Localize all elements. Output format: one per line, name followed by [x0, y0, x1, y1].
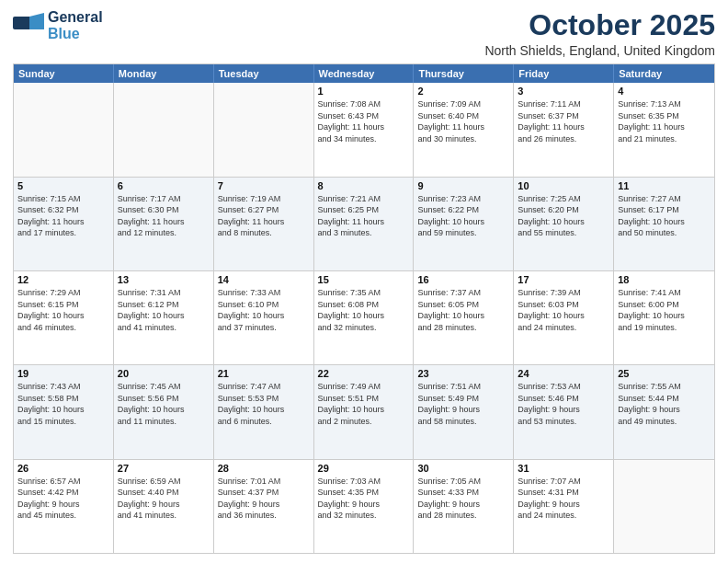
day-number: 23	[417, 368, 509, 379]
day-number: 2	[417, 86, 509, 97]
day-cell: 7Sunrise: 7:19 AM Sunset: 6:27 PM Daylig…	[214, 178, 314, 270]
day-cell: 31Sunrise: 7:07 AM Sunset: 4:31 PM Dayli…	[514, 460, 614, 553]
day-header-tuesday: Tuesday	[214, 64, 314, 83]
day-cell: 2Sunrise: 7:09 AM Sunset: 6:40 PM Daylig…	[414, 83, 514, 176]
day-number: 10	[518, 180, 609, 191]
day-cell: 25Sunrise: 7:55 AM Sunset: 5:44 PM Dayli…	[614, 365, 714, 458]
day-info: Sunrise: 7:55 AM Sunset: 5:44 PM Dayligh…	[618, 381, 711, 427]
day-info: Sunrise: 7:37 AM Sunset: 6:05 PM Dayligh…	[417, 287, 509, 333]
day-number: 12	[17, 274, 109, 285]
day-info: Sunrise: 7:41 AM Sunset: 6:00 PM Dayligh…	[618, 287, 711, 333]
day-cell: 28Sunrise: 7:01 AM Sunset: 4:37 PM Dayli…	[214, 460, 314, 553]
week-row: 19Sunrise: 7:43 AM Sunset: 5:58 PM Dayli…	[14, 365, 714, 459]
week-row: 26Sunrise: 6:57 AM Sunset: 4:42 PM Dayli…	[14, 460, 714, 553]
calendar-body: 1Sunrise: 7:08 AM Sunset: 6:43 PM Daylig…	[14, 83, 714, 553]
day-info: Sunrise: 7:03 AM Sunset: 4:35 PM Dayligh…	[318, 476, 410, 522]
day-cell: 3Sunrise: 7:11 AM Sunset: 6:37 PM Daylig…	[514, 83, 614, 176]
day-info: Sunrise: 6:57 AM Sunset: 4:42 PM Dayligh…	[17, 476, 109, 522]
day-info: Sunrise: 7:27 AM Sunset: 6:17 PM Dayligh…	[618, 193, 711, 239]
day-info: Sunrise: 7:17 AM Sunset: 6:30 PM Dayligh…	[118, 193, 210, 239]
day-number: 7	[218, 180, 310, 191]
day-number: 27	[118, 463, 210, 474]
day-number: 31	[518, 463, 609, 474]
day-cell: 30Sunrise: 7:05 AM Sunset: 4:33 PM Dayli…	[414, 460, 514, 553]
day-info: Sunrise: 7:23 AM Sunset: 6:22 PM Dayligh…	[417, 193, 509, 239]
day-cell: 16Sunrise: 7:37 AM Sunset: 6:05 PM Dayli…	[414, 271, 514, 364]
day-number: 6	[118, 180, 210, 191]
day-info: Sunrise: 7:07 AM Sunset: 4:31 PM Dayligh…	[518, 476, 609, 522]
day-number: 5	[17, 180, 109, 191]
day-cell: 29Sunrise: 7:03 AM Sunset: 4:35 PM Dayli…	[314, 460, 415, 553]
day-info: Sunrise: 6:59 AM Sunset: 4:40 PM Dayligh…	[118, 476, 210, 522]
day-number: 28	[218, 463, 310, 474]
day-info: Sunrise: 7:19 AM Sunset: 6:27 PM Dayligh…	[218, 193, 310, 239]
day-cell: 15Sunrise: 7:35 AM Sunset: 6:08 PM Dayli…	[314, 271, 415, 364]
day-cell: 13Sunrise: 7:31 AM Sunset: 6:12 PM Dayli…	[114, 271, 214, 364]
day-cell: 20Sunrise: 7:45 AM Sunset: 5:56 PM Dayli…	[114, 365, 214, 458]
day-info: Sunrise: 7:11 AM Sunset: 6:37 PM Dayligh…	[518, 98, 609, 144]
day-info: Sunrise: 7:49 AM Sunset: 5:51 PM Dayligh…	[318, 381, 410, 427]
page: General Blue October 2025 North Shields,…	[0, 0, 728, 563]
day-number: 4	[618, 86, 711, 97]
day-info: Sunrise: 7:15 AM Sunset: 6:32 PM Dayligh…	[17, 193, 109, 239]
month-title: October 2025	[484, 9, 715, 41]
day-number: 29	[318, 463, 410, 474]
day-cell: 23Sunrise: 7:51 AM Sunset: 5:49 PM Dayli…	[414, 365, 514, 458]
day-cell: 17Sunrise: 7:39 AM Sunset: 6:03 PM Dayli…	[514, 271, 614, 364]
day-cell	[14, 83, 114, 176]
day-cell	[214, 83, 314, 176]
day-number: 25	[618, 368, 711, 379]
day-info: Sunrise: 7:09 AM Sunset: 6:40 PM Dayligh…	[417, 98, 509, 144]
day-number: 15	[318, 274, 410, 285]
header: General Blue October 2025 North Shields,…	[13, 9, 715, 58]
day-info: Sunrise: 7:25 AM Sunset: 6:20 PM Dayligh…	[518, 193, 609, 239]
day-info: Sunrise: 7:13 AM Sunset: 6:35 PM Dayligh…	[618, 98, 711, 144]
day-headers: SundayMondayTuesdayWednesdayThursdayFrid…	[14, 64, 714, 83]
svg-rect-0	[13, 17, 31, 29]
day-header-thursday: Thursday	[414, 64, 514, 83]
day-cell: 8Sunrise: 7:21 AM Sunset: 6:25 PM Daylig…	[314, 178, 415, 270]
day-number: 14	[218, 274, 310, 285]
day-cell: 21Sunrise: 7:47 AM Sunset: 5:53 PM Dayli…	[214, 365, 314, 458]
day-info: Sunrise: 7:47 AM Sunset: 5:53 PM Dayligh…	[218, 381, 310, 427]
svg-marker-1	[29, 13, 44, 29]
day-header-sunday: Sunday	[14, 64, 114, 83]
logo: General Blue	[13, 9, 103, 41]
location: North Shields, England, United Kingdom	[484, 43, 715, 58]
day-cell: 19Sunrise: 7:43 AM Sunset: 5:58 PM Dayli…	[14, 365, 114, 458]
day-number: 8	[318, 180, 410, 191]
title-area: October 2025 North Shields, England, Uni…	[484, 9, 715, 58]
day-number: 17	[518, 274, 609, 285]
day-cell: 9Sunrise: 7:23 AM Sunset: 6:22 PM Daylig…	[414, 178, 514, 270]
day-cell	[614, 460, 714, 553]
day-cell: 5Sunrise: 7:15 AM Sunset: 6:32 PM Daylig…	[14, 178, 114, 270]
day-number: 30	[417, 463, 509, 474]
day-cell: 27Sunrise: 6:59 AM Sunset: 4:40 PM Dayli…	[114, 460, 214, 553]
day-number: 13	[118, 274, 210, 285]
day-info: Sunrise: 7:29 AM Sunset: 6:15 PM Dayligh…	[17, 287, 109, 333]
logo-general: General	[48, 9, 103, 26]
day-number: 18	[618, 274, 711, 285]
day-number: 26	[17, 463, 109, 474]
day-cell: 4Sunrise: 7:13 AM Sunset: 6:35 PM Daylig…	[614, 83, 714, 176]
day-info: Sunrise: 7:45 AM Sunset: 5:56 PM Dayligh…	[118, 381, 210, 427]
day-number: 9	[417, 180, 509, 191]
day-cell: 6Sunrise: 7:17 AM Sunset: 6:30 PM Daylig…	[114, 178, 214, 270]
day-header-wednesday: Wednesday	[314, 64, 415, 83]
calendar: SundayMondayTuesdayWednesdayThursdayFrid…	[13, 63, 715, 554]
day-info: Sunrise: 7:08 AM Sunset: 6:43 PM Dayligh…	[318, 98, 410, 144]
day-cell: 1Sunrise: 7:08 AM Sunset: 6:43 PM Daylig…	[314, 83, 415, 176]
logo-blue: Blue	[48, 26, 103, 42]
day-info: Sunrise: 7:39 AM Sunset: 6:03 PM Dayligh…	[518, 287, 609, 333]
week-row: 5Sunrise: 7:15 AM Sunset: 6:32 PM Daylig…	[14, 178, 714, 271]
day-info: Sunrise: 7:35 AM Sunset: 6:08 PM Dayligh…	[318, 287, 410, 333]
day-info: Sunrise: 7:53 AM Sunset: 5:46 PM Dayligh…	[518, 381, 609, 427]
day-number: 24	[518, 368, 609, 379]
day-info: Sunrise: 7:33 AM Sunset: 6:10 PM Dayligh…	[218, 287, 310, 333]
day-header-friday: Friday	[514, 64, 614, 83]
day-cell: 24Sunrise: 7:53 AM Sunset: 5:46 PM Dayli…	[514, 365, 614, 458]
day-number: 11	[618, 180, 711, 191]
day-cell	[114, 83, 214, 176]
day-cell: 14Sunrise: 7:33 AM Sunset: 6:10 PM Dayli…	[214, 271, 314, 364]
day-info: Sunrise: 7:51 AM Sunset: 5:49 PM Dayligh…	[417, 381, 509, 427]
